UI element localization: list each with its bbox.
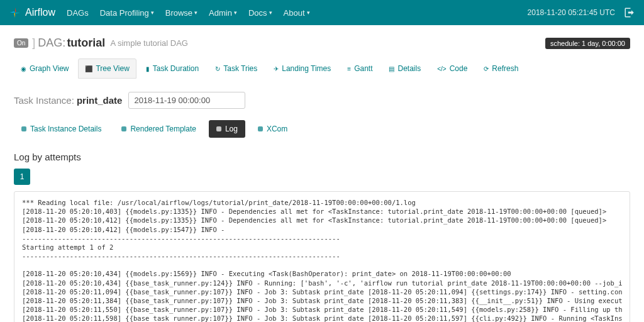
- tab-gantt[interactable]: ≡Gantt: [340, 58, 379, 79]
- subtab-label: Rendered Template: [130, 125, 196, 133]
- log-output-box: *** Reading local file: /usr/local/airfl…: [14, 191, 630, 322]
- nav-dags[interactable]: DAGs: [67, 8, 89, 18]
- subtab-label: Log: [225, 125, 238, 133]
- tab-label: Code: [450, 64, 468, 73]
- brand-text: Airflow: [25, 7, 55, 18]
- nav-browse[interactable]: Browse▾: [165, 8, 197, 18]
- subtab-rendered-template[interactable]: Rendered Template: [114, 120, 204, 138]
- dag-brackets: ]: [32, 36, 35, 50]
- bullet-icon: [258, 126, 263, 131]
- tab-icon: ↻: [215, 65, 220, 72]
- tab-label: Gantt: [354, 64, 372, 73]
- top-navbar: Airflow DAGsData Profiling▾Browse▾Admin▾…: [0, 0, 644, 25]
- tab-landing-times[interactable]: ✈Landing Times: [267, 58, 338, 79]
- task-subtabs: Task Instance DetailsRendered TemplateLo…: [14, 120, 630, 138]
- tab-icon: </>: [437, 65, 446, 72]
- tab-icon: ◉: [21, 65, 26, 72]
- nav-admin[interactable]: Admin▾: [209, 8, 237, 18]
- caret-down-icon: ▾: [269, 9, 272, 16]
- subtab-task-instance-details[interactable]: Task Instance Details: [14, 120, 109, 138]
- subtab-label: Task Instance Details: [30, 125, 101, 133]
- ti-task-name: print_date: [77, 95, 123, 106]
- tab-icon: ▤: [389, 65, 394, 72]
- caret-down-icon: ▾: [307, 9, 310, 16]
- tab-icon: ⟳: [484, 65, 489, 72]
- tab-icon: ▮: [146, 65, 150, 72]
- dag-header: On ] DAG: tutorial A simple tutorial DAG…: [14, 36, 630, 50]
- tab-icon: ⬛: [85, 65, 92, 72]
- dag-name: tutorial: [67, 36, 105, 50]
- nav-data-profiling[interactable]: Data Profiling▾: [100, 8, 154, 18]
- nav-docs[interactable]: Docs▾: [248, 8, 272, 18]
- tab-graph-view[interactable]: ◉Graph View: [14, 58, 75, 79]
- tab-details[interactable]: ▤Details: [382, 58, 428, 79]
- tab-icon: ≡: [347, 65, 351, 72]
- logout-icon[interactable]: [624, 7, 635, 18]
- subtab-label: XCom: [267, 125, 287, 133]
- tab-label: Tree View: [96, 64, 129, 73]
- caret-down-icon: ▾: [234, 9, 237, 16]
- caret-down-icon: ▾: [151, 9, 154, 16]
- schedule-badge: schedule: 1 day, 0:00:00: [545, 38, 630, 49]
- tab-label: Refresh: [492, 64, 518, 73]
- dag-description: A simple tutorial DAG: [110, 38, 188, 48]
- dag-label: DAG:: [38, 36, 65, 50]
- bullet-icon: [121, 126, 126, 131]
- tab-task-duration[interactable]: ▮Task Duration: [139, 58, 206, 79]
- ti-label: Task Instance:: [14, 95, 74, 106]
- tab-label: Landing Times: [282, 64, 331, 73]
- log-content: *** Reading local file: /usr/local/airfl…: [22, 198, 622, 322]
- tab-code[interactable]: </>Code: [430, 58, 474, 79]
- airflow-logo-icon: [9, 6, 21, 19]
- log-section-title: Log by attempts: [14, 152, 630, 162]
- brand[interactable]: Airflow: [9, 6, 55, 19]
- bullet-icon: [21, 126, 26, 131]
- tab-task-tries[interactable]: ↻Task Tries: [208, 58, 264, 79]
- tab-label: Task Tries: [223, 64, 257, 73]
- tab-label: Task Duration: [153, 64, 199, 73]
- server-clock: 2018-11-20 05:21:45 UTC: [528, 8, 615, 17]
- tab-icon: ✈: [274, 65, 279, 72]
- tab-label: Details: [397, 64, 421, 73]
- view-tabs: ◉Graph View⬛Tree View▮Task Duration↻Task…: [14, 58, 630, 79]
- task-instance-row: Task Instance: print_date: [14, 92, 630, 109]
- attempt-1-button[interactable]: 1: [14, 169, 30, 185]
- tab-refresh[interactable]: ⟳Refresh: [477, 58, 525, 79]
- caret-down-icon: ▾: [194, 9, 197, 16]
- tab-tree-view[interactable]: ⬛Tree View: [78, 58, 136, 79]
- execution-date-input[interactable]: [128, 92, 245, 109]
- dag-on-toggle[interactable]: On: [14, 38, 28, 48]
- nav-about[interactable]: About▾: [284, 8, 310, 18]
- subtab-log[interactable]: Log: [209, 120, 245, 138]
- subtab-xcom[interactable]: XCom: [250, 120, 295, 138]
- bullet-icon: [216, 126, 221, 131]
- tab-label: Graph View: [30, 64, 69, 73]
